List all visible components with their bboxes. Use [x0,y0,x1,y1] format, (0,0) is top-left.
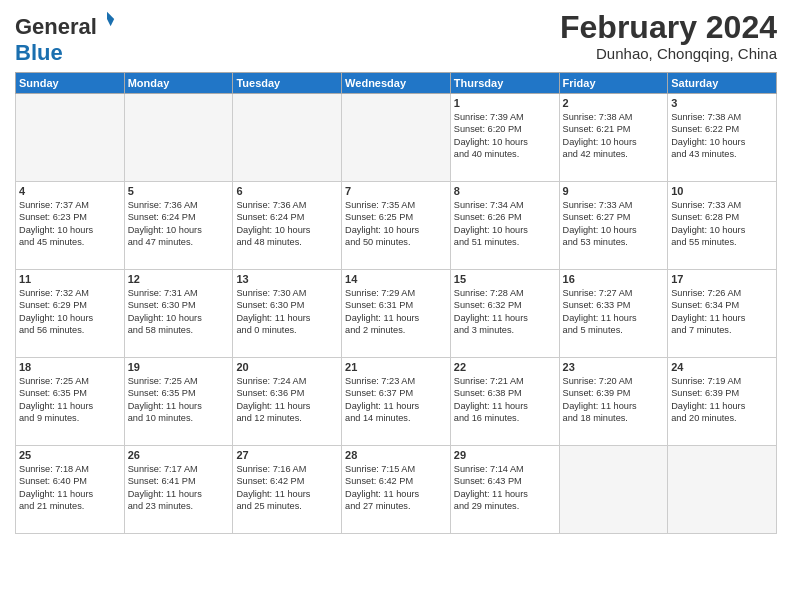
location-title: Dunhao, Chongqing, China [560,45,777,62]
calendar-cell: 4Sunrise: 7:37 AM Sunset: 6:23 PM Daylig… [16,182,125,270]
calendar-cell [233,94,342,182]
day-number: 14 [345,273,447,285]
calendar-cell [559,446,668,534]
calendar-cell [16,94,125,182]
week-row-3: 11Sunrise: 7:32 AM Sunset: 6:29 PM Dayli… [16,270,777,358]
day-number: 29 [454,449,556,461]
calendar-cell: 19Sunrise: 7:25 AM Sunset: 6:35 PM Dayli… [124,358,233,446]
calendar-cell: 9Sunrise: 7:33 AM Sunset: 6:27 PM Daylig… [559,182,668,270]
calendar-cell: 5Sunrise: 7:36 AM Sunset: 6:24 PM Daylig… [124,182,233,270]
day-number: 2 [563,97,665,109]
month-title: February 2024 [560,10,777,45]
calendar-cell: 12Sunrise: 7:31 AM Sunset: 6:30 PM Dayli… [124,270,233,358]
logo: General Blue [15,14,116,66]
calendar-cell [668,446,777,534]
day-number: 7 [345,185,447,197]
calendar-cell: 7Sunrise: 7:35 AM Sunset: 6:25 PM Daylig… [342,182,451,270]
cell-text: Sunrise: 7:31 AM Sunset: 6:30 PM Dayligh… [128,287,230,337]
calendar-cell: 24Sunrise: 7:19 AM Sunset: 6:39 PM Dayli… [668,358,777,446]
calendar-cell: 3Sunrise: 7:38 AM Sunset: 6:22 PM Daylig… [668,94,777,182]
calendar-cell: 25Sunrise: 7:18 AM Sunset: 6:40 PM Dayli… [16,446,125,534]
day-number: 13 [236,273,338,285]
cell-text: Sunrise: 7:17 AM Sunset: 6:41 PM Dayligh… [128,463,230,513]
calendar-cell: 20Sunrise: 7:24 AM Sunset: 6:36 PM Dayli… [233,358,342,446]
cell-text: Sunrise: 7:27 AM Sunset: 6:33 PM Dayligh… [563,287,665,337]
calendar-cell: 1Sunrise: 7:39 AM Sunset: 6:20 PM Daylig… [450,94,559,182]
day-number: 3 [671,97,773,109]
weekday-header-row: SundayMondayTuesdayWednesdayThursdayFrid… [16,73,777,94]
day-number: 4 [19,185,121,197]
cell-text: Sunrise: 7:33 AM Sunset: 6:28 PM Dayligh… [671,199,773,249]
cell-text: Sunrise: 7:36 AM Sunset: 6:24 PM Dayligh… [236,199,338,249]
calendar-cell: 29Sunrise: 7:14 AM Sunset: 6:43 PM Dayli… [450,446,559,534]
cell-text: Sunrise: 7:21 AM Sunset: 6:38 PM Dayligh… [454,375,556,425]
week-row-4: 18Sunrise: 7:25 AM Sunset: 6:35 PM Dayli… [16,358,777,446]
calendar-cell: 22Sunrise: 7:21 AM Sunset: 6:38 PM Dayli… [450,358,559,446]
day-number: 8 [454,185,556,197]
cell-text: Sunrise: 7:33 AM Sunset: 6:27 PM Dayligh… [563,199,665,249]
logo-icon [98,10,116,28]
cell-text: Sunrise: 7:19 AM Sunset: 6:39 PM Dayligh… [671,375,773,425]
day-number: 24 [671,361,773,373]
calendar-cell: 23Sunrise: 7:20 AM Sunset: 6:39 PM Dayli… [559,358,668,446]
logo-blue: Blue [15,40,63,65]
calendar-cell: 13Sunrise: 7:30 AM Sunset: 6:30 PM Dayli… [233,270,342,358]
weekday-header-wednesday: Wednesday [342,73,451,94]
day-number: 25 [19,449,121,461]
calendar-cell: 15Sunrise: 7:28 AM Sunset: 6:32 PM Dayli… [450,270,559,358]
logo-text: General Blue [15,14,116,66]
day-number: 17 [671,273,773,285]
weekday-header-sunday: Sunday [16,73,125,94]
calendar-table: SundayMondayTuesdayWednesdayThursdayFrid… [15,72,777,534]
day-number: 10 [671,185,773,197]
calendar-cell [124,94,233,182]
day-number: 15 [454,273,556,285]
cell-text: Sunrise: 7:38 AM Sunset: 6:22 PM Dayligh… [671,111,773,161]
day-number: 19 [128,361,230,373]
cell-text: Sunrise: 7:35 AM Sunset: 6:25 PM Dayligh… [345,199,447,249]
day-number: 23 [563,361,665,373]
weekday-header-tuesday: Tuesday [233,73,342,94]
weekday-header-thursday: Thursday [450,73,559,94]
day-number: 11 [19,273,121,285]
cell-text: Sunrise: 7:38 AM Sunset: 6:21 PM Dayligh… [563,111,665,161]
week-row-5: 25Sunrise: 7:18 AM Sunset: 6:40 PM Dayli… [16,446,777,534]
calendar-cell: 8Sunrise: 7:34 AM Sunset: 6:26 PM Daylig… [450,182,559,270]
calendar-cell: 17Sunrise: 7:26 AM Sunset: 6:34 PM Dayli… [668,270,777,358]
weekday-header-friday: Friday [559,73,668,94]
cell-text: Sunrise: 7:39 AM Sunset: 6:20 PM Dayligh… [454,111,556,161]
calendar-cell: 14Sunrise: 7:29 AM Sunset: 6:31 PM Dayli… [342,270,451,358]
calendar-cell: 6Sunrise: 7:36 AM Sunset: 6:24 PM Daylig… [233,182,342,270]
header: General Blue February 2024 Dunhao, Chong… [15,10,777,66]
day-number: 12 [128,273,230,285]
day-number: 1 [454,97,556,109]
day-number: 16 [563,273,665,285]
week-row-1: 1Sunrise: 7:39 AM Sunset: 6:20 PM Daylig… [16,94,777,182]
cell-text: Sunrise: 7:32 AM Sunset: 6:29 PM Dayligh… [19,287,121,337]
weekday-header-monday: Monday [124,73,233,94]
logo-general: General [15,14,97,39]
cell-text: Sunrise: 7:14 AM Sunset: 6:43 PM Dayligh… [454,463,556,513]
cell-text: Sunrise: 7:37 AM Sunset: 6:23 PM Dayligh… [19,199,121,249]
cell-text: Sunrise: 7:34 AM Sunset: 6:26 PM Dayligh… [454,199,556,249]
calendar-cell: 11Sunrise: 7:32 AM Sunset: 6:29 PM Dayli… [16,270,125,358]
day-number: 9 [563,185,665,197]
cell-text: Sunrise: 7:30 AM Sunset: 6:30 PM Dayligh… [236,287,338,337]
calendar-cell: 28Sunrise: 7:15 AM Sunset: 6:42 PM Dayli… [342,446,451,534]
cell-text: Sunrise: 7:15 AM Sunset: 6:42 PM Dayligh… [345,463,447,513]
cell-text: Sunrise: 7:24 AM Sunset: 6:36 PM Dayligh… [236,375,338,425]
cell-text: Sunrise: 7:28 AM Sunset: 6:32 PM Dayligh… [454,287,556,337]
svg-marker-1 [107,19,114,26]
day-number: 21 [345,361,447,373]
calendar-cell: 2Sunrise: 7:38 AM Sunset: 6:21 PM Daylig… [559,94,668,182]
calendar-cell: 18Sunrise: 7:25 AM Sunset: 6:35 PM Dayli… [16,358,125,446]
calendar-cell: 10Sunrise: 7:33 AM Sunset: 6:28 PM Dayli… [668,182,777,270]
svg-marker-0 [107,12,114,19]
calendar-cell: 27Sunrise: 7:16 AM Sunset: 6:42 PM Dayli… [233,446,342,534]
cell-text: Sunrise: 7:18 AM Sunset: 6:40 PM Dayligh… [19,463,121,513]
day-number: 22 [454,361,556,373]
calendar-cell: 21Sunrise: 7:23 AM Sunset: 6:37 PM Dayli… [342,358,451,446]
cell-text: Sunrise: 7:20 AM Sunset: 6:39 PM Dayligh… [563,375,665,425]
cell-text: Sunrise: 7:25 AM Sunset: 6:35 PM Dayligh… [19,375,121,425]
day-number: 28 [345,449,447,461]
